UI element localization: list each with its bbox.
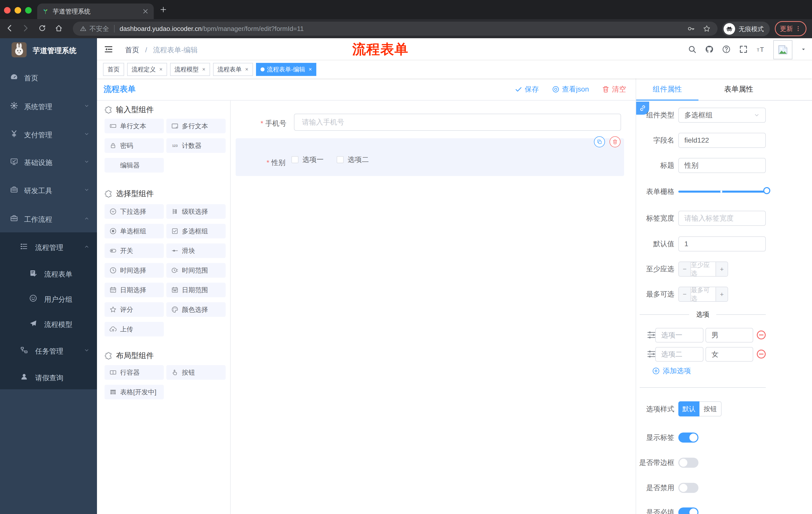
browser-menu-icon[interactable] (795, 25, 802, 32)
browser-tab[interactable]: 芋道管理系统 (37, 3, 154, 19)
sidebar-item-研发工具[interactable]: 研发工具 (0, 180, 97, 200)
help-icon[interactable] (722, 45, 731, 54)
clear-button[interactable]: 清空 (602, 84, 626, 94)
home-button[interactable] (55, 24, 63, 32)
tag-close-icon[interactable]: × (309, 66, 312, 73)
gender-option-2-checkbox[interactable]: 选项二 (337, 155, 369, 164)
palette-item-多选框组[interactable]: 多选框组 (166, 224, 226, 238)
palette-item-级联选择[interactable]: 级联选择 (166, 204, 226, 219)
sidebar-item-首页[interactable]: 首页 (0, 67, 97, 87)
palette-item-单选框组[interactable]: 单选框组 (105, 224, 164, 238)
avatar-caret-icon[interactable] (801, 47, 806, 52)
user-avatar[interactable] (773, 40, 792, 59)
sidebar-item-支付管理[interactable]: 支付管理 (0, 124, 97, 144)
min-select-stepper[interactable]: − 至少应选 + (678, 262, 728, 277)
remove-option-button[interactable] (756, 349, 766, 359)
tag-流程表单[interactable]: 流程表单× (213, 63, 253, 76)
zoom-window-button[interactable] (25, 7, 32, 13)
style-button-button[interactable]: 按钮 (699, 401, 722, 416)
palette-item-评分[interactable]: 评分 (105, 302, 164, 317)
sidebar-item-任务管理[interactable]: 任务管理 (0, 340, 97, 360)
tab-form-props[interactable]: 表单属性 (698, 78, 779, 100)
tag-close-icon[interactable]: × (202, 66, 205, 73)
palette-item-日期选择[interactable]: 日期选择 (105, 283, 164, 297)
palette-item-计数器[interactable]: 123计数器 (166, 138, 226, 153)
toggle-switch[interactable] (678, 458, 698, 468)
sidebar-item-流程管理[interactable]: 流程管理 (0, 236, 97, 256)
style-default-button[interactable]: 默认 (678, 401, 699, 416)
close-window-button[interactable] (4, 7, 10, 13)
palette-item-行容器[interactable]: 行容器 (105, 365, 164, 380)
palette-item-日期范围[interactable]: 日期范围 (166, 283, 226, 297)
stepper-plus-button[interactable]: + (716, 262, 728, 276)
palette-item-单行文本[interactable]: 单行文本 (105, 119, 164, 133)
tag-流程定义[interactable]: 流程定义× (127, 63, 167, 76)
password-key-icon[interactable] (687, 25, 695, 32)
sidebar-logo[interactable]: 芋道管理系统 (0, 42, 97, 62)
title-input[interactable]: 性别 (678, 158, 766, 173)
stepper-value[interactable]: 至少应选 (691, 262, 716, 276)
view-json-button[interactable]: 查看json (552, 84, 589, 94)
sidebar-item-工作流程[interactable]: 工作流程 (0, 208, 97, 228)
tag-流程模型[interactable]: 流程模型× (170, 63, 210, 76)
tab-close-icon[interactable] (142, 8, 149, 15)
palette-item-下拉选择[interactable]: 下拉选择 (105, 204, 164, 219)
minimize-window-button[interactable] (14, 7, 21, 13)
add-option-button[interactable]: 添加选项 (652, 366, 691, 376)
palette-item-密码[interactable]: 密码 (105, 138, 164, 153)
palette-item-表格[开发中][interactable]: 表格[开发中] (105, 385, 164, 399)
option-label-input[interactable]: 选项一 (655, 328, 703, 343)
option-value-input[interactable]: 女 (705, 347, 753, 361)
palette-item-编辑器[interactable]: 编辑器 (105, 158, 164, 172)
palette-item-开关[interactable]: 开关 (105, 243, 164, 258)
default-value-input[interactable]: 1 (678, 236, 766, 251)
toggle-switch[interactable] (678, 433, 698, 442)
option-value-input[interactable]: 男 (705, 328, 753, 343)
new-tab-button[interactable] (160, 6, 167, 13)
sidebar-item-流程模型[interactable]: 流程模型 (0, 313, 97, 333)
stepper-minus-button[interactable]: − (679, 287, 691, 301)
forward-button[interactable] (22, 24, 30, 32)
palette-item-时间选择[interactable]: 时间选择 (105, 263, 164, 278)
tag-首页[interactable]: 首页 (103, 63, 124, 76)
address-bar[interactable]: 不安全 dashboard.yudao.iocoder.cn /bpm/mana… (73, 22, 718, 36)
save-button[interactable]: 保存 (515, 84, 539, 94)
palette-item-滑块[interactable]: 滑块 (166, 243, 226, 258)
sidebar-item-请假查询[interactable]: 请假查询 (0, 367, 97, 387)
remove-option-button[interactable] (756, 330, 766, 340)
component-type-select[interactable]: 多选框组 (678, 108, 766, 123)
gender-option-1-checkbox[interactable]: 选项一 (291, 155, 324, 164)
label-width-input[interactable]: 请输入标签宽度 (678, 211, 766, 226)
tag-close-icon[interactable]: × (159, 66, 163, 73)
max-select-stepper[interactable]: − 最多可选 + (678, 287, 728, 302)
palette-item-按钮[interactable]: 按钮 (166, 365, 226, 380)
field-name-input[interactable]: field122 (678, 133, 766, 148)
palette-item-多行文本[interactable]: 多行文本 (166, 119, 226, 133)
stepper-plus-button[interactable]: + (716, 287, 728, 301)
github-icon[interactable] (705, 45, 714, 54)
tag-流程表单-编辑[interactable]: 流程表单-编辑× (256, 63, 317, 76)
not-secure-label[interactable]: 不安全 (89, 24, 109, 33)
palette-item-颜色选择[interactable]: 颜色选择 (166, 302, 226, 317)
stepper-value[interactable]: 最多可选 (691, 287, 716, 301)
tab-component-props[interactable]: 组件属性 (636, 78, 698, 100)
delete-component-button[interactable] (609, 136, 620, 147)
selected-component-gender[interactable]: 性别 选项一 选项二 (236, 138, 624, 176)
stepper-minus-button[interactable]: − (679, 262, 691, 276)
bookmark-star-icon[interactable] (703, 25, 710, 32)
sidebar-item-流程表单[interactable]: 流程表单 (0, 263, 97, 283)
fullscreen-icon[interactable] (739, 45, 748, 54)
breadcrumb-home[interactable]: 首页 (125, 46, 139, 54)
phone-input[interactable]: 请输入手机号 (294, 114, 621, 131)
reload-button[interactable] (38, 24, 46, 32)
back-button[interactable] (5, 24, 13, 32)
font-size-icon[interactable]: TT (756, 45, 765, 54)
collapse-sidebar-icon[interactable] (104, 45, 113, 54)
update-button[interactable]: 更新 (775, 21, 807, 36)
duplicate-component-button[interactable] (594, 136, 605, 147)
search-icon[interactable] (688, 45, 696, 54)
slider-handle[interactable] (763, 187, 770, 194)
grid-slider[interactable] (678, 184, 766, 199)
option-label-input[interactable]: 选项二 (655, 347, 703, 361)
toggle-switch[interactable] (678, 508, 698, 514)
